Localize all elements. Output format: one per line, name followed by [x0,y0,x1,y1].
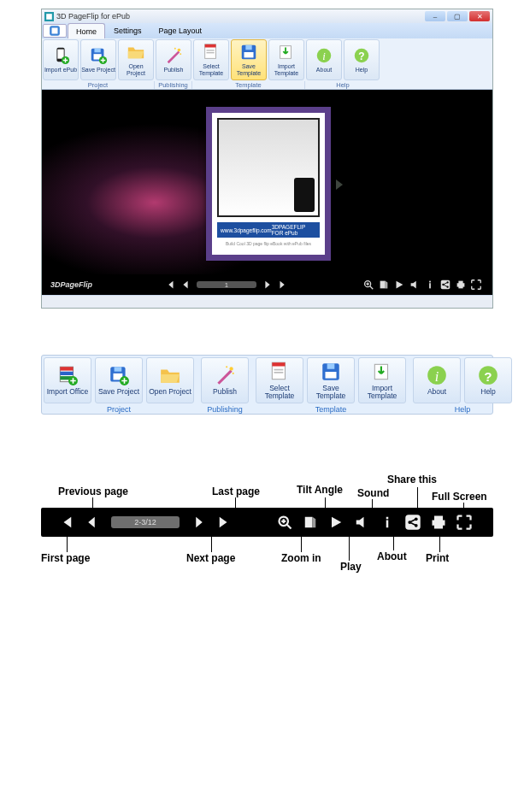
help-icon: ? [352,46,371,65]
svg-rect-16 [207,52,215,53]
svg-rect-61 [386,521,389,528]
bt-print-button[interactable] [430,514,447,531]
sound-button[interactable] [409,279,421,291]
about-toolbar-button[interactable] [424,279,436,291]
tilt-angle-button[interactable] [378,279,390,291]
label-sound: Sound [357,487,389,499]
window-minimize-button[interactable]: – [425,11,445,21]
office-plus-icon [56,364,80,386]
svg-point-11 [174,48,176,50]
about-button-large[interactable]: i About [413,357,461,403]
svg-text:?: ? [358,50,364,62]
cover-band: www.3dpageflip.com 3DPAGEFLIP FOR ePub [217,222,320,238]
fullscreen-button[interactable] [470,279,482,291]
bt-first-page-button[interactable] [57,514,74,531]
svg-rect-26 [429,281,431,283]
app-logo-button[interactable] [43,24,67,38]
print-button[interactable] [455,279,467,291]
toolbar-annotated: 2-3/12 Previous page Last page Tilt Angl… [41,508,493,537]
select-template-button[interactable]: Select Template [193,39,229,80]
svg-rect-60 [386,517,389,520]
about-button[interactable]: i About [306,39,342,80]
publish-button[interactable]: Publish [156,39,191,80]
open-project-button[interactable]: Open Project [118,39,154,80]
select-template-button-large[interactable]: Select Template [256,357,303,403]
svg-rect-27 [429,283,431,288]
folder-open-icon [127,43,145,62]
page-indicator[interactable]: 1 [197,281,256,288]
save-template-button[interactable]: Save Template [231,39,267,80]
template-icon [202,43,221,62]
save-project-button[interactable]: Save Project [80,39,116,80]
info-icon: i [425,364,449,386]
bt-about-button[interactable] [379,514,396,531]
help-button-large[interactable]: ? Help [464,357,512,403]
svg-rect-52 [326,372,337,379]
label-full-screen: Full Screen [432,491,487,503]
share-button[interactable] [439,279,451,291]
svg-rect-33 [458,281,462,285]
svg-rect-19 [245,45,251,50]
svg-rect-15 [207,50,215,51]
svg-text:i: i [322,50,326,62]
svg-point-45 [226,366,227,368]
window-close-button[interactable]: ✕ [469,11,490,21]
bt-tilt-angle-button[interactable] [302,514,319,531]
group-label-help-large: Help [411,405,514,415]
next-page-arrow-icon[interactable] [336,179,343,190]
ribbon-large: Import Office Save Project Open Project … [41,355,493,415]
folder-open-icon [158,364,182,386]
bt-fullscreen-button[interactable] [456,514,473,531]
group-label-template: Template [192,81,305,89]
tab-home[interactable]: Home [68,23,105,38]
help-button[interactable]: ? Help [344,39,380,80]
first-page-button[interactable] [164,279,176,291]
open-project-button-large[interactable]: Open Project [146,357,194,403]
next-page-button[interactable] [262,279,274,291]
svg-rect-18 [244,52,254,57]
last-page-button[interactable] [277,279,289,291]
import-template-button[interactable]: Import Template [268,39,304,80]
import-office-button[interactable]: Import Office [44,357,91,403]
bt-zoom-in-button[interactable] [276,514,293,531]
bt-previous-page-button[interactable] [83,514,100,531]
svg-rect-36 [60,368,73,371]
group-label-publishing-large: Publishing [199,405,250,415]
import-epub-button[interactable]: Import ePub [43,39,79,80]
tab-page-layout[interactable]: Page Layout [150,23,211,38]
bt-last-page-button[interactable] [216,514,233,531]
book-preview[interactable]: www.3dpageflip.com 3DPAGEFLIP FOR ePub B… [206,107,331,261]
svg-point-12 [180,53,181,55]
save-project-button-large[interactable]: Save Project [95,357,143,403]
import-icon [277,43,296,62]
svg-point-44 [229,368,233,371]
svg-text:i: i [435,369,439,385]
group-label-template-large: Template [254,405,408,415]
bt-sound-button[interactable] [353,514,370,531]
bt-next-page-button[interactable] [191,514,208,531]
label-last-page: Last page [212,485,260,497]
publish-button-large[interactable]: Publish [201,357,249,403]
bt-play-button[interactable] [327,514,344,531]
import-template-button-large[interactable]: Import Template [358,357,406,403]
previous-page-button[interactable] [180,279,191,291]
tab-settings[interactable]: Settings [105,23,150,38]
group-label-publishing: Publishing [155,81,192,89]
svg-rect-53 [327,363,335,369]
titlebar: 3D PageFlip for ePub – ▢ ✕ [42,9,492,23]
app-window: 3D PageFlip for ePub – ▢ ✕ Home Settings… [41,9,493,309]
play-button[interactable] [393,279,405,291]
wand-icon [213,364,237,386]
floppy-icon [319,361,343,383]
zoom-in-button[interactable] [362,279,374,291]
template-icon [268,361,292,383]
save-template-button-large[interactable]: Save Template [307,357,355,403]
svg-rect-48 [272,362,285,366]
stage-toolbar: 3DPageFlip 1 [42,274,492,295]
cover-image [217,118,320,217]
bt-share-button[interactable] [404,514,421,531]
svg-rect-68 [434,525,443,529]
window-maximize-button[interactable]: ▢ [447,11,468,21]
bt-page-indicator[interactable]: 2-3/12 [111,516,180,528]
label-tilt-angle: Tilt Angle [297,484,343,496]
